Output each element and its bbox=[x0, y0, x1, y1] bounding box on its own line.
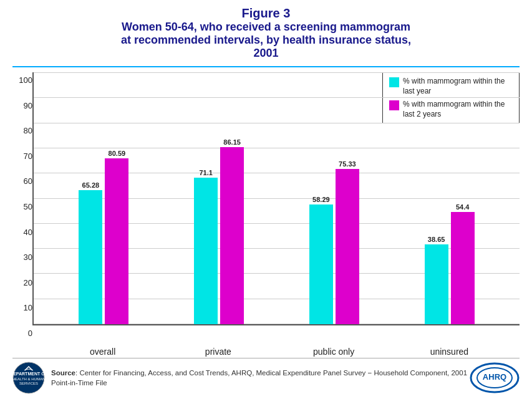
bar-label-1-1: 86.15 bbox=[223, 138, 241, 146]
svg-text:SERVICES: SERVICES bbox=[19, 382, 38, 385]
y-label-30: 30 bbox=[12, 252, 32, 262]
x-label-private: private bbox=[187, 347, 249, 357]
footer-left: DEPARTMENT OF HEALTH & HUMAN SERVICES So… bbox=[12, 362, 470, 394]
page: Figure 3 Women 50-64, who received a scr… bbox=[0, 0, 532, 399]
y-label-70: 70 bbox=[12, 151, 32, 161]
bar-label-2-1: 75.33 bbox=[339, 160, 356, 168]
y-label-10: 10 bbox=[12, 303, 32, 312]
bar-label-2-0: 58.29 bbox=[312, 196, 330, 203]
chart-area: 0 10 20 30 40 50 60 70 80 90 100 % with … bbox=[12, 72, 520, 357]
bar-group-overall: 65.2880.59 bbox=[79, 150, 128, 324]
source-label: Source bbox=[51, 369, 75, 377]
hhs-logo: DEPARTMENT OF HEALTH & HUMAN SERVICES bbox=[12, 362, 45, 394]
bar-3-1 bbox=[451, 212, 475, 324]
bar-group-private: 71.186.15 bbox=[194, 138, 244, 324]
bar-label-3-1: 54.4 bbox=[456, 203, 469, 211]
footer: DEPARTMENT OF HEALTH & HUMAN SERVICES So… bbox=[12, 358, 520, 394]
bar-0-0 bbox=[79, 190, 102, 324]
bar-wrapper-public-only-cyan: 58.29 bbox=[309, 196, 333, 324]
bar-3-0 bbox=[425, 244, 448, 324]
bar-2-1 bbox=[336, 169, 359, 324]
bar-wrapper-private-cyan: 71.1 bbox=[194, 169, 218, 324]
y-label-90: 90 bbox=[12, 101, 32, 110]
x-label-uninsured: uninsured bbox=[418, 347, 480, 357]
y-label-50: 50 bbox=[12, 202, 32, 211]
subtitle-line4: 2001 bbox=[12, 47, 520, 60]
bar-wrapper-public-only-magenta: 75.33 bbox=[336, 160, 359, 324]
bar-2-0 bbox=[309, 204, 333, 324]
bar-wrapper-overall-cyan: 65.28 bbox=[79, 181, 102, 324]
bar-wrapper-private-magenta: 86.15 bbox=[220, 138, 244, 324]
bar-wrapper-uninsured-magenta: 54.4 bbox=[451, 203, 475, 324]
x-label-overall: overall bbox=[72, 347, 134, 357]
x-axis-labels: overallprivatepublic onlyuninsured bbox=[32, 344, 520, 357]
svg-text:HEALTH & HUMAN: HEALTH & HUMAN bbox=[12, 377, 45, 381]
subtitle-line2: Women 50-64, who received a screening ma… bbox=[12, 21, 520, 34]
x-label-public-only: public only bbox=[302, 347, 365, 357]
y-label-60: 60 bbox=[12, 176, 32, 186]
bar-wrapper-uninsured-cyan: 38.65 bbox=[425, 236, 448, 324]
source-text: : Center for Financing, Access, and Cost… bbox=[51, 369, 467, 387]
bar-wrapper-overall-magenta: 80.59 bbox=[105, 150, 128, 324]
y-label-100: 100 bbox=[12, 75, 32, 85]
bar-1-1 bbox=[220, 147, 244, 324]
subtitle-line3: at recommended intervals, by health insu… bbox=[12, 34, 520, 47]
bar-group-public-only: 58.2975.33 bbox=[309, 160, 359, 324]
figure-title: Figure 3 bbox=[12, 6, 520, 21]
y-label-40: 40 bbox=[12, 228, 32, 237]
chart-body: % with mammogram within the last year % … bbox=[32, 72, 520, 325]
y-label-0: 0 bbox=[12, 329, 32, 338]
title-section: Figure 3 Women 50-64, who received a scr… bbox=[12, 6, 520, 60]
y-axis-labels: 0 10 20 30 40 50 60 70 80 90 100 bbox=[12, 72, 32, 357]
bar-0-1 bbox=[105, 158, 128, 324]
svg-text:DEPARTMENT OF: DEPARTMENT OF bbox=[12, 372, 45, 376]
bar-label-3-0: 38.65 bbox=[428, 236, 445, 243]
y-label-80: 80 bbox=[12, 126, 32, 135]
title-divider bbox=[12, 66, 520, 67]
svg-text:AHRQ: AHRQ bbox=[483, 372, 506, 382]
bar-label-1-0: 71.1 bbox=[199, 169, 212, 176]
bars-container: 65.2880.5971.186.1558.2975.3338.6554.4 bbox=[34, 72, 520, 324]
chart-main: % with mammogram within the last year % … bbox=[32, 72, 520, 357]
ahrq-logo: AHRQ bbox=[470, 362, 520, 393]
bar-label-0-0: 65.28 bbox=[82, 181, 100, 189]
bar-group-uninsured: 38.6554.4 bbox=[425, 203, 475, 324]
bar-1-0 bbox=[194, 178, 218, 324]
footer-text: Source: Center for Financing, Access, an… bbox=[51, 368, 470, 388]
bar-label-0-1: 80.59 bbox=[109, 150, 126, 157]
y-label-20: 20 bbox=[12, 278, 32, 287]
